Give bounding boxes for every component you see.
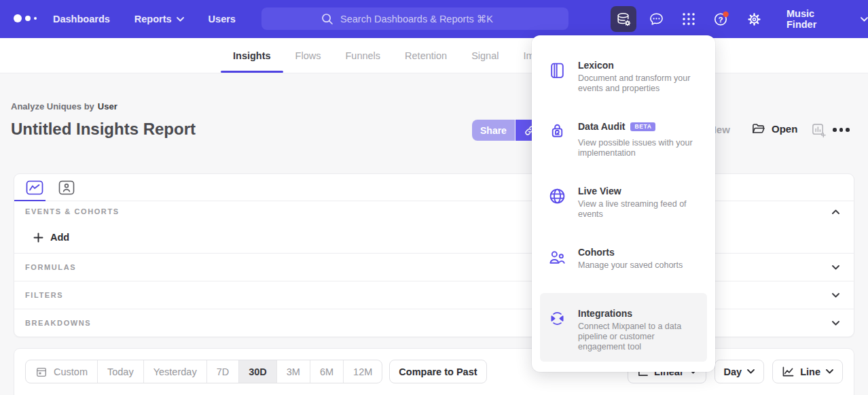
data-management-button[interactable] [611,6,636,32]
filters-section-label: FILTERS [25,291,63,299]
menu-item-title: Live View [578,186,621,197]
range-30d[interactable]: 30D [239,360,277,383]
menu-item-desc: Connect Mixpanel to a data pipeline or c… [578,322,695,352]
chevron-down-icon[interactable] [831,264,840,271]
range-today-label: Today [107,366,134,377]
calendar-icon [35,366,48,378]
search-input[interactable] [340,14,509,24]
add-event-button[interactable]: Add [33,232,69,243]
database-gear-icon [616,12,632,27]
tab-retention-label: Retention [405,50,447,61]
menu-item-desc: Manage your saved cohorts [578,260,683,271]
menu-item-lexicon[interactable]: Lexicon Document and transform your even… [540,53,707,101]
analysis-summary: Analyze Uniques byUser [11,101,117,111]
range-yesterday-label: Yesterday [153,366,197,377]
nav-reports[interactable]: Reports [134,14,184,24]
builder-view-tabs [14,174,854,201]
menu-item-cohorts[interactable]: Cohorts Manage your saved cohorts [540,240,707,277]
range-today[interactable]: Today [98,360,144,383]
breakdowns-section-header[interactable]: BREAKDOWNS [14,309,854,337]
menu-item-integrations[interactable]: Integrations Connect Mixpanel to a data … [540,293,707,362]
analysis-summary-prefix: Analyze Uniques by [11,101,94,111]
search-icon [321,13,333,25]
tab-signal[interactable]: Signal [459,38,511,73]
project-switcher[interactable]: Music Finder [786,0,868,38]
interval-dropdown[interactable]: Day [715,360,765,383]
range-custom[interactable]: Custom [26,360,98,383]
mixpanel-logo[interactable] [14,14,37,22]
tab-funnels[interactable]: Funnels [333,38,393,73]
tab-retention[interactable]: Retention [393,38,459,73]
range-custom-label: Custom [54,366,88,377]
nav-dashboards-label: Dashboards [53,14,110,24]
app-root: Dashboards Reports Users [0,0,868,395]
range-12m[interactable]: 12M [344,360,382,383]
cohorts-icon [548,247,567,267]
range-7d[interactable]: 7D [207,360,240,383]
compare-to-past-button[interactable]: Compare to Past [389,360,486,383]
tab-users-view[interactable] [57,179,75,196]
share-button[interactable]: Share [472,120,515,141]
more-actions-button[interactable] [833,125,850,135]
tab-flows-label: Flows [295,50,321,61]
events-add-row: Add [14,222,854,253]
open-report-button[interactable]: Open [751,122,797,136]
integrations-icon [548,308,567,328]
line-chart-icon [782,366,795,377]
tab-signal-label: Signal [471,50,499,61]
formulas-section-header[interactable]: FORMULAS [14,253,854,281]
chevron-down-icon [747,369,755,374]
menu-item-title: Data Audit [578,121,625,133]
top-navigation-bar: Dashboards Reports Users [0,0,868,38]
range-3m-label: 3M [287,366,300,377]
add-to-dashboard-button[interactable] [811,122,827,138]
interval-label: Day [724,366,742,377]
settings-button[interactable] [741,6,767,32]
filters-section-header[interactable]: FILTERS [14,281,854,309]
tab-metrics-view[interactable] [25,179,43,196]
date-range-control: Custom Today Yesterday 7D 30D 3M 6M 12M [25,360,382,383]
chevron-down-icon[interactable] [831,320,840,326]
apps-grid-button[interactable] [676,6,702,32]
chevron-down-icon [861,17,868,22]
help-icon: ? [713,11,729,27]
nav-icon-group: ? [611,6,774,32]
project-name: Music Finder [786,8,847,30]
nav-users-label: Users [209,14,236,24]
global-search[interactable] [261,7,568,30]
menu-item-desc: View possible issues with your implement… [578,138,695,158]
globe-icon [548,186,567,205]
tab-flows[interactable]: Flows [283,38,333,73]
menu-item-desc: View a live streaming feed of events [578,199,695,220]
range-yesterday[interactable]: Yesterday [144,360,207,383]
menu-item-desc: Document and transform your events and p… [578,73,695,94]
range-3m[interactable]: 3M [277,360,310,383]
compare-label: Compare to Past [399,366,477,377]
chevron-down-icon[interactable] [831,292,840,298]
report-title[interactable]: Untitled Insights Report [11,120,196,139]
open-button-label: Open [772,123,797,135]
help-button[interactable]: ? [708,6,734,32]
chart-type-dropdown[interactable]: Line [772,360,843,383]
range-30d-label: 30D [249,366,267,377]
query-builder-card: EVENTS & COHORTS Add FORMULAS FILTERS BR… [14,173,854,337]
add-button-label: Add [50,232,69,243]
primary-nav: Dashboards Reports Users [53,0,236,38]
menu-item-title: Lexicon [578,60,614,71]
nav-users[interactable]: Users [209,14,236,24]
data-management-menu: Lexicon Document and transform your even… [532,35,715,372]
messages-button[interactable] [643,6,669,32]
events-section-header[interactable]: EVENTS & COHORTS [14,201,854,222]
range-7d-label: 7D [217,366,230,377]
tab-insights[interactable]: Insights [221,38,283,73]
nav-dashboards[interactable]: Dashboards [53,14,110,24]
chat-bubble-icon [649,12,664,27]
menu-item-title: Cohorts [578,247,615,258]
menu-item-live-view[interactable]: Live View View a live streaming feed of … [540,179,707,226]
analysis-summary-value[interactable]: User [98,101,117,111]
range-6m[interactable]: 6M [310,360,344,383]
report-tabbar: Insights Flows Funnels Retention Signal … [0,38,868,73]
chart-type-label: Line [800,366,820,377]
chevron-up-icon[interactable] [831,209,840,215]
menu-item-data-audit[interactable]: Data Audit BETA View possible issues wit… [540,114,707,165]
